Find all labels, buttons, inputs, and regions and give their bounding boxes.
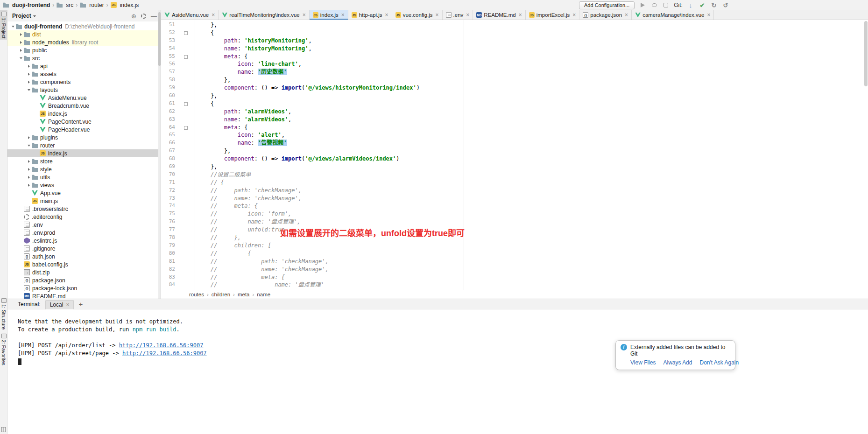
history-icon[interactable]: ↻ — [710, 1, 718, 9]
chevron-right-icon[interactable] — [26, 176, 32, 179]
chevron-right-icon[interactable] — [26, 136, 32, 139]
run-icon[interactable] — [639, 1, 646, 9]
chevron-right-icon[interactable] — [26, 168, 32, 171]
tool-button-structure[interactable]: 1: Structure — [0, 297, 7, 331]
chevron-right-icon[interactable] — [18, 33, 24, 36]
editor-tab-vue-config-js[interactable]: JSvue.config.js× — [392, 10, 443, 20]
tab-close-icon[interactable]: × — [572, 12, 576, 18]
nav-breadcrumb-index-js[interactable]: JSindex.js — [111, 2, 139, 8]
tree-item-editorconfig[interactable]: .editorconfig — [7, 213, 161, 221]
editor-tab-readme-md[interactable]: MDREADME.md× — [473, 10, 525, 20]
new-terminal-icon[interactable]: + — [78, 300, 83, 308]
tree-item-package-json[interactable]: {}package.json — [7, 276, 161, 284]
code-breadcrumb-meta[interactable]: meta — [238, 292, 250, 297]
tree-item-router[interactable]: router — [7, 141, 161, 149]
gear-icon[interactable] — [141, 14, 146, 19]
code-breadcrumb-name[interactable]: name — [257, 292, 270, 297]
tree-item-gitignore[interactable]: .gitignore — [7, 245, 161, 252]
terminal-tab-local[interactable]: Local × — [45, 300, 74, 309]
nav-breadcrumb-src[interactable]: src — [56, 2, 73, 8]
tree-item-index-js[interactable]: JSindex.js — [7, 110, 161, 118]
terminal-link[interactable]: http://192.168.66.56:9007 — [119, 342, 204, 349]
tree-item-index-js[interactable]: JSindex.js — [7, 149, 161, 157]
tree-item-plugins[interactable]: plugins — [7, 133, 161, 141]
fold-marker-icon[interactable] — [175, 100, 197, 108]
tree-item-pagecontent-vue[interactable]: PageContent.vue — [7, 118, 161, 126]
tree-item-browserslistrc[interactable]: .browserslistrc — [7, 205, 161, 213]
fold-marker-icon[interactable] — [175, 29, 197, 37]
tree-item-store[interactable]: store — [7, 157, 161, 165]
tree-item-utils[interactable]: utils — [7, 173, 161, 181]
tool-button-project[interactable]: 1: Project — [0, 10, 7, 40]
tree-item-assets[interactable]: assets — [7, 70, 161, 78]
tree-item-components[interactable]: components — [7, 78, 161, 86]
tree-item-dist[interactable]: dist — [7, 30, 161, 38]
terminal-output[interactable]: Note that the development build is not o… — [7, 309, 868, 365]
tab-close-icon[interactable]: × — [625, 12, 628, 18]
terminal-link[interactable]: http://192.168.66.56:9007 — [122, 350, 207, 357]
tree-item-main-js[interactable]: JSmain.js — [7, 197, 161, 205]
editor-tab-cameramanage-index-vue[interactable]: cameraManage\index.vue× — [632, 10, 714, 20]
tree-item-pageheader-vue[interactable]: PageHeader.vue — [7, 126, 161, 133]
tree-item-style[interactable]: style — [7, 165, 161, 173]
tree-item-babel-config-js[interactable]: JSbabel.config.js — [7, 260, 161, 268]
tree-item-api[interactable]: api — [7, 62, 161, 70]
project-scrollbar[interactable] — [158, 10, 161, 299]
tree-item-auth-json[interactable]: {}auth.json — [7, 252, 161, 260]
chevron-down-icon[interactable] — [26, 89, 32, 91]
nav-breadcrumb-duoji-frontend[interactable]: duoji-frontend — [3, 2, 50, 8]
commit-icon[interactable]: ✔ — [699, 1, 706, 9]
editor-tab-index-js[interactable]: JSindex.js× — [310, 10, 348, 20]
hide-panel-icon[interactable]: — — [151, 13, 157, 20]
tree-item-readme-md[interactable]: MDREADME.md — [7, 292, 161, 299]
notification-action-view-files[interactable]: View Files — [630, 359, 656, 366]
tool-button-favorites[interactable]: 2: Favorites — [0, 332, 7, 367]
chevron-right-icon[interactable] — [26, 81, 32, 84]
tab-close-icon[interactable]: × — [212, 12, 215, 18]
tab-close-icon[interactable]: × — [707, 12, 710, 18]
chevron-right-icon[interactable] — [26, 184, 32, 187]
debug-icon[interactable] — [650, 1, 658, 9]
chevron-right-icon[interactable] — [26, 65, 32, 68]
terminal-title[interactable]: Terminal: — [18, 301, 41, 308]
update-project-icon[interactable]: ↓ — [687, 1, 694, 9]
editor-tab-realtimemonitoring-index-vue[interactable]: realTimeMonitoring\index.vue× — [219, 10, 309, 20]
tab-close-icon[interactable]: × — [466, 12, 469, 18]
chevron-down-icon[interactable] — [18, 57, 24, 59]
tree-item-package-lock-json[interactable]: {}package-lock.json — [7, 284, 161, 292]
nav-breadcrumb-router[interactable]: router — [80, 2, 104, 8]
editor-tab-env[interactable]: .env× — [443, 10, 473, 20]
add-configuration-button[interactable]: Add Configuration... — [579, 1, 635, 9]
chevron-down-icon[interactable] — [10, 26, 16, 28]
editor-scrollbar[interactable] — [864, 21, 868, 86]
tree-item-app-vue[interactable]: App.vue — [7, 189, 161, 197]
code-breadcrumb-children[interactable]: children — [212, 292, 230, 297]
tree-item-eslintrc-js[interactable]: .eslintrc.js — [7, 237, 161, 245]
tree-item-env[interactable]: .env — [7, 221, 161, 229]
tab-close-icon[interactable]: × — [341, 12, 345, 18]
tree-item-node-modules[interactable]: node_moduleslibrary root — [7, 38, 161, 46]
editor-tab-package-json[interactable]: {}package.json× — [579, 10, 632, 20]
project-panel-title[interactable]: Project — [12, 13, 31, 19]
code-breadcrumb-routes[interactable]: routes — [189, 292, 204, 297]
tree-item-duoji-frontend[interactable]: duoji-frontendD:\zheheWeb\duoji-frontend — [7, 22, 161, 30]
tree-item-layouts[interactable]: layouts — [7, 86, 161, 94]
tab-close-icon[interactable]: × — [436, 12, 439, 18]
notification-action-don-t-ask-again[interactable]: Don't Ask Again — [700, 359, 739, 366]
close-icon[interactable]: × — [66, 301, 69, 308]
editor-body[interactable]: 51 },52 {53 path: 'historyMonitoring',54… — [161, 20, 868, 290]
tab-close-icon[interactable]: × — [519, 12, 522, 18]
chevron-right-icon[interactable] — [26, 160, 32, 163]
chevron-right-icon[interactable] — [26, 73, 32, 76]
tree-item-asidemenu-vue[interactable]: AsideMenu.vue — [7, 94, 161, 102]
tree-item-dist-zip[interactable]: dist.zip — [7, 268, 161, 276]
tree-item-public[interactable]: public — [7, 46, 161, 54]
chevron-down-icon[interactable] — [33, 15, 36, 17]
editor-tab-http-api-js[interactable]: JShttp-api.js× — [348, 10, 392, 20]
chevron-right-icon[interactable] — [18, 49, 24, 52]
fold-marker-icon[interactable] — [175, 124, 197, 132]
tool-window-switcher-icon[interactable] — [1, 427, 6, 432]
rollback-icon[interactable]: ↺ — [722, 1, 729, 9]
project-scrollbar-thumb[interactable] — [158, 12, 161, 66]
tree-item-views[interactable]: views — [7, 181, 161, 189]
